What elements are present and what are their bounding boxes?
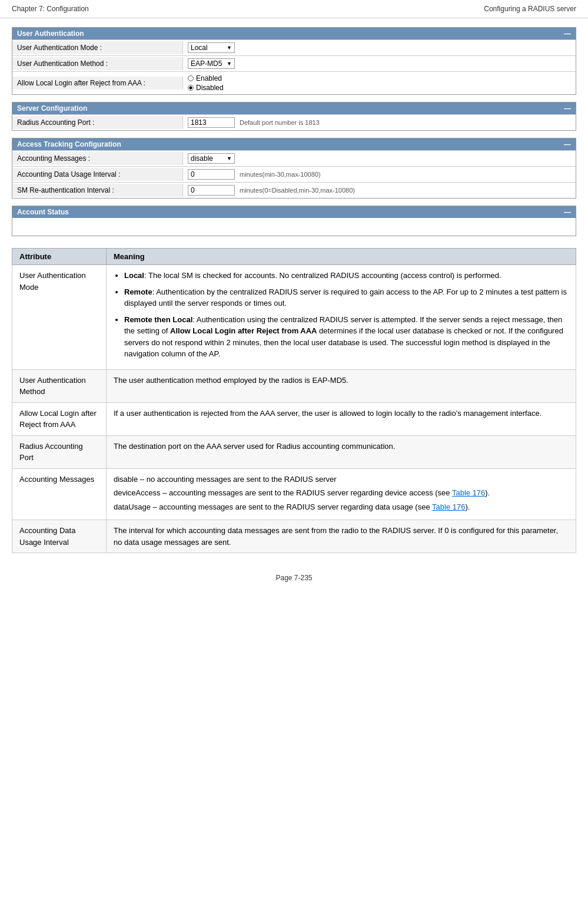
header-left: Chapter 7: Configuration [12, 5, 89, 13]
hint-text: Default port number is 1813 [240, 119, 320, 126]
panel-server-config: Server Configuration―Radius Accounting P… [12, 102, 576, 131]
row-value: disable▼ [183, 151, 576, 166]
panel-row: Accounting Data Usage Interval : minutes… [12, 166, 576, 182]
col2-header: Meaning [107, 249, 576, 265]
select-control[interactable]: disable▼ [188, 153, 235, 164]
meaning-paragraph: disable – no accounting messages are sen… [114, 474, 569, 485]
main-content: User Authentication―User Authentication … [0, 18, 588, 562]
panel-access-tracking: Access Tracking Configuration―Accounting… [12, 138, 576, 199]
row-label: Accounting Messages : [12, 152, 183, 165]
panel-row: Allow Local Login after Reject from AAA … [12, 71, 576, 94]
meaning-paragraph: dataUsage – accounting messages are sent… [114, 501, 569, 513]
table-row: Radius Accounting PortThe destination po… [12, 435, 576, 468]
list-item: Remote then Local: Authentication using … [124, 314, 569, 360]
attr-cell: Radius Accounting Port [12, 435, 107, 468]
text-input[interactable] [188, 169, 235, 180]
row-label: User Authentication Mode : [12, 41, 183, 54]
radio-label: Disabled [196, 84, 224, 92]
term: Remote then Local [124, 315, 192, 324]
table-row: User Authentication ModeLocal: The local… [12, 265, 576, 370]
text-input[interactable] [188, 117, 235, 128]
panel-row: Accounting Messages :disable▼ [12, 150, 576, 166]
term: Local [124, 271, 144, 280]
table-link[interactable]: Table 176 [432, 502, 465, 511]
table-row: Accounting Data Usage IntervalThe interv… [12, 520, 576, 553]
panel-row: SM Re-authentication Interval : minutes(… [12, 182, 576, 198]
panel-row: Radius Accounting Port : Default port nu… [12, 114, 576, 130]
inline-term: Allow Local Login after Reject from AAA [170, 326, 317, 335]
panel-row: User Authentication Method :EAP-MD5▼ [12, 55, 576, 71]
table-row: Allow Local Login after Reject from AAAI… [12, 402, 576, 435]
text-input[interactable] [188, 185, 235, 196]
radio-group: Enabled Disabled [188, 74, 224, 92]
meaning-cell: Local: The local SM is checked for accou… [107, 265, 576, 370]
panel-collapse-icon[interactable]: ― [564, 29, 571, 38]
attr-cell: Accounting Data Usage Interval [12, 520, 107, 553]
col1-header: Attribute [12, 249, 107, 265]
table-row: User Authentication MethodThe user authe… [12, 369, 576, 402]
row-value: Enabled Disabled [183, 72, 576, 94]
select-arrow-icon: ▼ [227, 45, 232, 51]
row-label: Allow Local Login after Reject from AAA … [12, 77, 183, 90]
hint-text: minutes(0=Disabled,min-30,max-10080) [240, 187, 355, 194]
panel-title-text: Account Status [17, 208, 69, 216]
radio-label: Enabled [196, 74, 222, 82]
row-label: Accounting Data Usage Interval : [12, 168, 183, 181]
page-footer: Page 7-235 [0, 562, 588, 594]
panel-user-auth: User Authentication―User Authentication … [12, 27, 576, 95]
meaning-paragraph: deviceAccess – accounting messages are s… [114, 487, 569, 499]
panel-title-server-config: Server Configuration― [12, 102, 576, 114]
page-header: Chapter 7: Configuration Configuring a R… [0, 0, 588, 18]
radio-item[interactable]: Enabled [188, 74, 224, 82]
radio-button[interactable] [188, 75, 194, 81]
panel-title-access-tracking: Access Tracking Configuration― [12, 138, 576, 150]
attribute-table: Attribute Meaning User Authentication Mo… [12, 248, 576, 553]
attr-cell: User Authentication Method [12, 369, 107, 402]
attribute-table-section: Attribute Meaning User Authentication Mo… [12, 248, 576, 553]
row-label: User Authentication Method : [12, 57, 183, 70]
select-arrow-icon: ▼ [227, 156, 232, 161]
meaning-cell: If a user authentication is rejected fro… [107, 402, 576, 435]
radio-item[interactable]: Disabled [188, 84, 224, 92]
list-item: Local: The local SM is checked for accou… [124, 270, 569, 282]
list-item: Remote: Authentication by the centralize… [124, 286, 569, 309]
term: Remote [124, 287, 152, 296]
panel-collapse-icon[interactable]: ― [564, 104, 571, 113]
attr-cell: Accounting Messages [12, 468, 107, 520]
panel-collapse-icon[interactable]: ― [564, 140, 571, 148]
row-label: SM Re-authentication Interval : [12, 184, 183, 197]
panel-title-text: Access Tracking Configuration [17, 140, 121, 148]
meaning-cell: The destination port on the AAA server u… [107, 435, 576, 468]
row-value: Default port number is 1813 [183, 115, 576, 130]
table-row: Accounting Messagesdisable – no accounti… [12, 468, 576, 520]
panels-container: User Authentication―User Authentication … [12, 27, 576, 236]
meaning-cell: The interval for which accounting data m… [107, 520, 576, 553]
row-value: Local▼ [183, 40, 576, 55]
row-value: minutes(min-30,max-10080) [183, 167, 576, 182]
hint-text: minutes(min-30,max-10080) [240, 171, 321, 178]
panel-title-text: Server Configuration [17, 104, 87, 113]
select-arrow-icon: ▼ [227, 61, 232, 67]
panel-title-account-status: Account Status― [12, 206, 576, 218]
row-value: minutes(0=Disabled,min-30,max-10080) [183, 183, 576, 198]
row-label: Radius Accounting Port : [12, 116, 183, 129]
panel-title-user-auth: User Authentication― [12, 28, 576, 39]
panel-title-text: User Authentication [17, 29, 84, 38]
meaning-cell: disable – no accounting messages are sen… [107, 468, 576, 520]
attr-cell: Allow Local Login after Reject from AAA [12, 402, 107, 435]
panel-collapse-icon[interactable]: ― [564, 208, 571, 216]
select-control[interactable]: EAP-MD5▼ [188, 58, 235, 69]
meaning-cell: The user authentication method employed … [107, 369, 576, 402]
table-link[interactable]: Table 176 [452, 488, 485, 497]
select-control[interactable]: Local▼ [188, 42, 235, 53]
header-right: Configuring a RADIUS server [484, 5, 576, 13]
row-value: EAP-MD5▼ [183, 56, 576, 71]
panel-account-status: Account Status― [12, 206, 576, 236]
radio-button[interactable] [188, 85, 194, 91]
footer-text: Page 7-235 [275, 574, 312, 582]
attr-cell: User Authentication Mode [12, 265, 107, 370]
panel-row: User Authentication Mode :Local▼ [12, 39, 576, 55]
